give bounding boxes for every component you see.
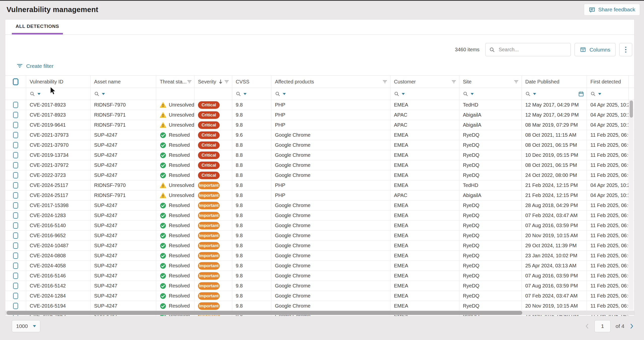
select-all-cell[interactable] [5,76,26,88]
column-filter-icon[interactable] [187,79,192,84]
column-header-asset_name[interactable]: Asset name [91,76,156,88]
search-icon[interactable] [525,91,531,96]
row-checkbox[interactable] [13,202,18,209]
row-checkbox[interactable] [13,242,18,249]
row-checkbox[interactable] [13,273,18,279]
table-row[interactable]: CVE-2017-8923RIDNSF-7970UnresolvedCritic… [5,100,634,110]
search-icon[interactable] [463,91,468,96]
filter-cell-date_published[interactable] [522,88,587,100]
filter-cell-site[interactable] [459,88,522,100]
vertical-scrollbar-thumb[interactable] [630,101,633,118]
table-row[interactable]: CVE-2021-37972SUP-4247ResolvedCritical8.… [5,160,634,170]
table-row[interactable]: CVE-2024-25117RIDNSF-7971UnresolvedImpor… [5,190,634,201]
filter-cell-vulnerability_id[interactable] [26,88,91,100]
select-all-checkbox[interactable] [13,78,18,85]
filter-cell-customer[interactable] [390,88,459,100]
filter-dropdown-caret[interactable] [533,93,536,95]
column-header-severity[interactable]: Severity [194,76,232,88]
column-header-vulnerability_id[interactable]: Vulnerability ID [26,76,91,88]
filter-cell-affected_products[interactable] [271,88,390,100]
table-row[interactable]: CVE-2024-25117RIDNSF-7970UnresolvedImpor… [5,180,634,190]
tab-all-detections[interactable]: ALL DETECTIONS [12,20,63,34]
table-row[interactable]: CVE-2021-37970SUP-4247ResolvedCritical8.… [5,140,634,150]
column-header-threat_status[interactable]: Threat sta... [156,76,194,88]
filter-dropdown-caret[interactable] [244,93,247,95]
filter-dropdown-caret[interactable] [598,93,601,95]
filter-cell-cvss[interactable] [232,88,271,100]
filter-dropdown-caret[interactable] [37,93,41,95]
table-row[interactable]: CVE-2016-5140SUP-4247ResolvedImportant9.… [5,221,634,231]
filter-cell-asset_name[interactable] [91,88,156,100]
create-filter-button[interactable]: Create filter [17,63,54,69]
table-row[interactable]: CVE-2024-4058SUP-4247ResolvedImportant9.… [5,261,634,271]
row-checkbox[interactable] [13,303,18,309]
table-row[interactable]: CVE-2016-9652SUP-4247ResolvedImportant9.… [5,231,634,241]
row-checkbox[interactable] [13,152,18,158]
search-icon[interactable] [394,91,399,96]
row-checkbox[interactable] [13,102,18,108]
column-header-first_detected[interactable]: First detected [587,76,629,88]
row-checkbox[interactable] [13,112,18,118]
table-row[interactable]: CVE-2019-13734SUP-4247ResolvedCritical8.… [5,150,634,160]
row-checkbox[interactable] [13,172,18,178]
search-icon[interactable] [30,91,35,96]
calendar-icon[interactable] [578,91,584,97]
row-checkbox[interactable] [13,293,18,299]
previous-page-button[interactable] [585,323,589,329]
table-row[interactable]: CVE-2016-5194SUP-4247ResolvedImportant9.… [5,301,634,311]
table-row[interactable]: CVE-2017-8923RIDNSF-7971UnresolvedCritic… [5,110,634,120]
table-row[interactable]: CVE-2024-0808SUP-4247ResolvedImportant9.… [5,251,634,261]
table-row[interactable]: CVE-2019-9641RIDNSF-7971UnresolvedCritic… [5,120,634,130]
column-header-cvss[interactable]: CVSS [232,76,271,88]
row-checkbox[interactable] [13,232,18,239]
filter-dropdown-caret[interactable] [102,93,105,95]
table-row[interactable]: CVE-2024-1283SUP-4247ResolvedImportant9.… [5,211,634,221]
column-filter-icon[interactable] [451,79,457,84]
filter-cell-first_detected[interactable] [587,88,629,100]
column-filter-icon[interactable] [224,79,229,84]
column-header-site[interactable]: Site [459,76,522,88]
table-row[interactable]: CVE-2016-5142SUP-4247ResolvedImportant9.… [5,281,634,291]
filter-dropdown-caret[interactable] [471,93,474,95]
page-number-input[interactable] [594,320,611,332]
column-filter-icon[interactable] [382,79,388,84]
row-checkbox[interactable] [13,222,18,229]
table-row[interactable]: CVE-2022-3723SUP-4247ResolvedCritical8.8… [5,170,634,180]
row-checkbox[interactable] [13,162,18,168]
table-row[interactable]: CVE-2024-1284SUP-4247ResolvedImportant9.… [5,291,634,301]
column-header-date_published[interactable]: Date Published [522,76,587,88]
search-icon[interactable] [275,91,280,96]
table-row[interactable]: CVE-2021-37973SUP-4247ResolvedCritical9.… [5,130,634,140]
row-checkbox[interactable] [13,122,18,128]
search-input[interactable] [498,46,567,53]
search-icon[interactable] [94,91,99,96]
row-checkbox[interactable] [13,283,18,289]
row-checkbox[interactable] [13,192,18,199]
table-row[interactable]: CVE-2017-15398SUP-4247ResolvedImportant9… [5,201,634,211]
search-icon[interactable] [590,91,596,96]
more-options-button[interactable] [619,43,632,56]
row-checkbox[interactable] [13,182,18,188]
horizontal-scrollbar-thumb[interactable] [7,311,522,315]
row-checkbox[interactable] [13,142,18,148]
page-size-select[interactable]: 1000 [12,320,40,332]
table-row[interactable]: CVE-2016-5146SUP-4247ResolvedImportant9.… [5,271,634,281]
column-header-customer[interactable]: Customer [390,76,459,88]
cell-text: 04 Apr 2025, 10:1 [590,112,629,118]
filter-dropdown-caret[interactable] [283,93,286,95]
row-checkbox[interactable] [13,212,18,219]
row-checkbox[interactable] [13,132,18,138]
column-filter-icon[interactable] [513,79,519,84]
search-icon[interactable] [236,91,241,96]
sort-descending-icon[interactable] [218,79,223,84]
column-header-affected_products[interactable]: Affected products [271,76,390,88]
global-search[interactable] [485,43,571,56]
next-page-button[interactable] [629,323,634,329]
share-feedback-button[interactable]: Share feedback [584,4,640,16]
row-checkbox[interactable] [13,263,18,269]
columns-button[interactable]: Columns [575,43,616,56]
filter-dropdown-caret[interactable] [402,93,405,95]
row-checkbox[interactable] [13,253,18,259]
table-row[interactable]: CVE-2024-10487SUP-4247ResolvedImportant9… [5,241,634,251]
cell-threat_status: Resolved [156,221,194,230]
